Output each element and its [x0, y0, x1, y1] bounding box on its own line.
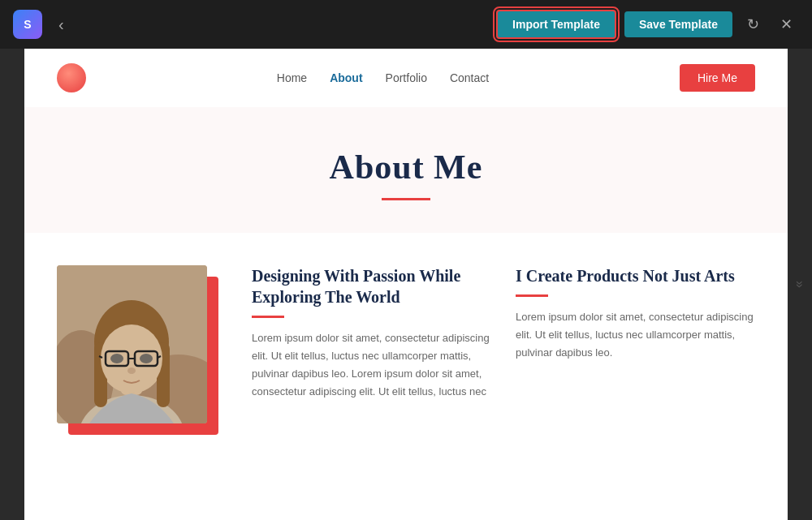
left-sidebar: [0, 49, 24, 520]
col1-heading: Designing With Passion While Exploring T…: [252, 265, 491, 307]
hero-title: About Me: [57, 148, 755, 187]
nav-item-about[interactable]: About: [330, 71, 362, 85]
nav-links: Home About Portfolio Contact: [277, 71, 489, 85]
col1-underline: [252, 316, 284, 318]
close-button[interactable]: ✕: [774, 12, 799, 37]
nav-item-contact[interactable]: Contact: [450, 71, 489, 85]
right-sidebar: »: [788, 49, 812, 520]
col2-underline: [516, 294, 548, 297]
canvas: Home About Portfolio Contact Hire Me Abo…: [24, 49, 788, 520]
col2-heading: I Create Products Not Just Arts: [516, 265, 755, 286]
col1-text: Lorem ipsum dolor sit amet, consectetur …: [252, 329, 491, 401]
app-logo: S: [13, 10, 42, 39]
svg-point-16: [140, 354, 153, 363]
site-nav: Home About Portfolio Contact Hire Me: [24, 49, 788, 107]
site-logo: [57, 63, 86, 92]
profile-photo-svg: [57, 265, 207, 423]
profile-image: [57, 265, 207, 423]
content-section: Designing With Passion While Exploring T…: [24, 233, 788, 440]
toolbar-right: Import Template Save Template ↻ ✕: [496, 10, 799, 39]
toolbar: S ‹ Import Template Save Template ↻ ✕: [0, 0, 812, 49]
main-area: Home About Portfolio Contact Hire Me Abo…: [0, 49, 812, 520]
import-template-button[interactable]: Import Template: [496, 10, 616, 39]
svg-point-17: [127, 367, 136, 374]
text-column-1: Designing With Passion While Exploring T…: [252, 265, 516, 401]
col2-text: Lorem ipsum dolor sit amet, consectetur …: [516, 308, 755, 362]
svg-point-15: [110, 354, 123, 363]
hero-underline: [382, 198, 430, 200]
toolbar-left: S ‹: [13, 10, 71, 39]
nav-item-home[interactable]: Home: [277, 71, 307, 85]
right-arrow-icon: »: [793, 281, 807, 288]
nav-item-portfolio[interactable]: Portfolio: [386, 71, 427, 85]
hire-me-button[interactable]: Hire Me: [680, 64, 755, 92]
profile-image-container: [57, 265, 227, 423]
hero-section: About Me: [24, 107, 788, 233]
back-button[interactable]: ‹: [52, 12, 71, 37]
refresh-button[interactable]: ↻: [741, 12, 766, 37]
save-template-button[interactable]: Save Template: [624, 11, 732, 37]
text-column-2: I Create Products Not Just Arts Lorem ip…: [516, 265, 755, 362]
